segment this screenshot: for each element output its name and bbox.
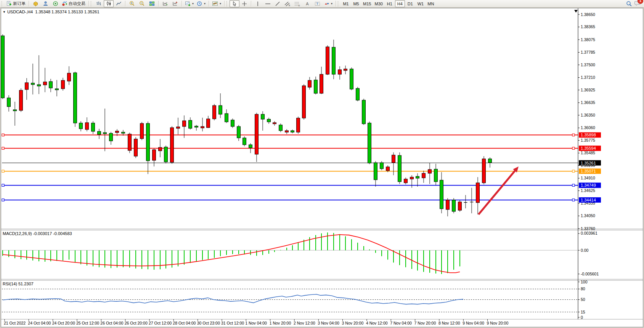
candlestick-icon bbox=[106, 1, 112, 6]
candle-body bbox=[279, 125, 283, 131]
timeframe-button-MN[interactable]: MN bbox=[426, 0, 436, 7]
candle-body bbox=[92, 123, 95, 131]
candle-body bbox=[103, 133, 107, 134]
candle-body bbox=[122, 132, 125, 133]
price-axis-tick-label: 1.35485 bbox=[581, 150, 595, 155]
periodicity-button[interactable]: ▾ bbox=[195, 0, 207, 7]
separator bbox=[336, 1, 336, 6]
chart-canvas[interactable]: 1.386501.383651.380751.377851.375001.372… bbox=[0, 0, 644, 328]
candle-body bbox=[434, 169, 438, 182]
timeframe-button-M15[interactable]: M15 bbox=[361, 0, 373, 7]
timeframe-button-H4[interactable]: H4 bbox=[395, 0, 405, 7]
separator bbox=[88, 1, 89, 6]
line-handle[interactable] bbox=[2, 147, 4, 149]
timeframe-button-W1[interactable]: W1 bbox=[416, 0, 426, 7]
candle-body bbox=[98, 131, 101, 134]
candlestick-chart-type-button[interactable] bbox=[104, 0, 114, 7]
indicators-button[interactable]: ▾ bbox=[210, 0, 223, 7]
candle-body bbox=[170, 128, 174, 162]
vertical-line-tool-button[interactable] bbox=[253, 0, 263, 7]
date-axis-label: 31 Oct 12:00 bbox=[221, 321, 244, 325]
line-handle[interactable] bbox=[572, 184, 575, 186]
fibonacci-tool-button[interactable]: F bbox=[292, 0, 302, 7]
axis-price-label: 1.34414 bbox=[581, 198, 596, 202]
dropdown-caret-icon: ▾ bbox=[331, 2, 332, 5]
zoom-in-button[interactable] bbox=[127, 0, 137, 7]
candle-body bbox=[362, 100, 366, 124]
dropdown-caret-icon: ▾ bbox=[192, 2, 194, 5]
line-chart-type-button[interactable] bbox=[114, 0, 124, 7]
new-chart-button[interactable]: ▾ bbox=[183, 0, 195, 7]
new-order-label: 新订单 bbox=[13, 1, 26, 6]
timeframe-button-M5[interactable]: M5 bbox=[351, 0, 361, 7]
rsi-indicator-label: RSI(14) 51.2307 bbox=[3, 282, 34, 286]
auto-scroll-button[interactable] bbox=[160, 0, 170, 7]
candle-body bbox=[267, 119, 271, 122]
candle-body bbox=[326, 47, 329, 74]
horizontal-line-tool-button[interactable] bbox=[263, 0, 273, 7]
candle-body bbox=[476, 183, 480, 203]
axis-price-label: 1.34749 bbox=[581, 183, 596, 187]
market-cube-icon bbox=[33, 1, 39, 6]
crosshair-tool-button[interactable] bbox=[239, 0, 249, 7]
macd-indicator-label: MACD(12,26,9) -0.003017 -0.004583 bbox=[3, 231, 72, 236]
zoom-out-icon bbox=[139, 1, 145, 6]
timeframe-button-H1[interactable]: H1 bbox=[385, 0, 395, 7]
trendline-tool-button[interactable] bbox=[273, 0, 283, 7]
price-axis-tick-label: 1.35775 bbox=[581, 138, 595, 142]
candle-body bbox=[458, 202, 462, 210]
candle-body bbox=[237, 126, 241, 138]
collapse-triangle-icon[interactable]: ▼ bbox=[3, 10, 6, 14]
market-button[interactable] bbox=[31, 0, 40, 7]
text-label-tool-button[interactable]: T bbox=[312, 0, 322, 7]
line-handle[interactable] bbox=[2, 170, 4, 172]
candle-body bbox=[255, 114, 259, 154]
chart-shift-marker[interactable] bbox=[574, 10, 578, 13]
candle-body bbox=[201, 126, 204, 128]
timeframe-button-M1[interactable]: M1 bbox=[341, 0, 351, 7]
line-handle[interactable] bbox=[2, 199, 4, 201]
candle-body bbox=[177, 127, 180, 128]
search-button[interactable] bbox=[624, 0, 634, 7]
equidistant-channel-tool-button[interactable]: E bbox=[283, 0, 292, 7]
date-axis-label: 3 Nov 20:00 bbox=[342, 321, 364, 325]
broadcast-button[interactable] bbox=[50, 0, 60, 7]
candle-body bbox=[243, 138, 246, 145]
price-axis-tick-label: 1.38075 bbox=[581, 37, 595, 42]
candle-body bbox=[146, 123, 150, 161]
candle-body bbox=[332, 47, 336, 74]
axis-price-label: 1.35261 bbox=[581, 161, 596, 165]
trendline-icon bbox=[275, 1, 280, 6]
line-handle[interactable] bbox=[572, 134, 575, 136]
cursor-tool-button[interactable] bbox=[230, 0, 239, 7]
date-axis-label: 4 Nov 12:00 bbox=[366, 321, 388, 325]
line-handle[interactable] bbox=[572, 170, 575, 172]
new-order-button[interactable]: 新订单 bbox=[5, 0, 27, 7]
date-axis-label: 7 Nov 20:00 bbox=[414, 321, 436, 325]
dropdown-caret-icon: ▾ bbox=[220, 2, 221, 5]
zoom-out-button[interactable] bbox=[137, 0, 147, 7]
line-handle[interactable] bbox=[572, 147, 575, 149]
line-handle[interactable] bbox=[2, 184, 4, 186]
candle-body bbox=[164, 147, 168, 162]
candle-body bbox=[183, 121, 186, 126]
signals-button[interactable] bbox=[40, 0, 50, 7]
line-handle[interactable] bbox=[572, 199, 575, 201]
candle-body bbox=[19, 90, 23, 110]
autotrading-icon bbox=[62, 1, 67, 6]
price-axis-tick-label: 1.36350 bbox=[581, 113, 595, 117]
bar-chart-type-button[interactable] bbox=[94, 0, 104, 7]
date-axis-label: 28 Oct 04:00 bbox=[173, 321, 196, 325]
price-axis-tick-label: 1.34625 bbox=[581, 188, 595, 193]
date-axis-label: 24 Oct 20:00 bbox=[52, 321, 75, 325]
chart-shift-button[interactable] bbox=[170, 0, 180, 7]
timeframe-button-D1[interactable]: D1 bbox=[405, 0, 415, 7]
text-tool-button[interactable]: A bbox=[302, 0, 312, 7]
tile-windows-button[interactable] bbox=[147, 0, 157, 7]
notification-badge: 1 bbox=[638, 0, 643, 4]
arrows-tool-button[interactable]: ▾ bbox=[322, 0, 334, 7]
chat-button[interactable]: 1 bbox=[634, 0, 641, 8]
line-handle[interactable] bbox=[2, 134, 4, 136]
timeframe-button-M30[interactable]: M30 bbox=[373, 0, 384, 7]
autotrading-button[interactable]: 自动交易 bbox=[60, 0, 87, 7]
